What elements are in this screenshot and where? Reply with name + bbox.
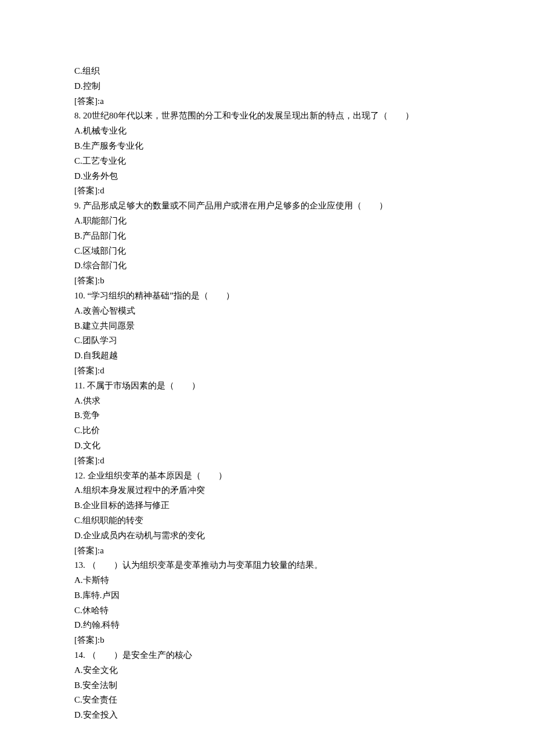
question-number: 14 xyxy=(74,650,83,660)
option-c: C.比价 xyxy=(74,423,534,438)
option-d: D.文化 xyxy=(74,438,534,453)
option-b: B.安全法制 xyxy=(74,678,534,693)
question-block-9: 9. 产品形成足够大的数量或不同产品用户或潜在用户足够多的企业应使用（ ） A.… xyxy=(74,199,534,289)
option-d: D.控制 xyxy=(74,79,534,94)
answer-line: [答案]:b xyxy=(74,273,534,289)
answer-label: [答案]: xyxy=(74,276,100,285)
option-d: D.自我超越 xyxy=(74,348,534,363)
question-text: 产品形成足够大的数量或不同产品用户或潜在用户足够多的企业应使用（ ） xyxy=(83,201,388,210)
option-c: C.休哈特 xyxy=(74,603,534,618)
option-c: C.组织职能的转变 xyxy=(74,513,534,528)
answer-value: a xyxy=(100,96,104,106)
question-stem: 11. 不属于市场因素的是（ ） xyxy=(74,379,534,394)
answer-line: [答案]:a xyxy=(74,94,534,109)
question-stem: 14. （ ）是安全生产的核心 xyxy=(74,648,534,663)
question-number: 12 xyxy=(74,471,83,480)
option-d: D.综合部门化 xyxy=(74,258,534,273)
answer-line: [答案]:d xyxy=(74,363,534,379)
option-b: B.产品部门化 xyxy=(74,229,534,244)
answer-line: [答案]:d xyxy=(74,183,534,199)
answer-label: [答案]: xyxy=(74,635,100,645)
option-c: C.安全责任 xyxy=(74,693,534,708)
question-text: 20世纪80年代以来，世界范围的分工和专业化的发展呈现出新的特点，出现了（ ） xyxy=(83,111,414,120)
option-a: A.供求 xyxy=(74,394,534,409)
question-block-12: 12. 企业组织变革的基本原因是（ ） A.组织本身发展过程中的矛盾冲突 B.企… xyxy=(74,469,534,559)
option-c: C.团队学习 xyxy=(74,333,534,348)
question-number: 8 xyxy=(74,111,79,120)
option-a: A.卡斯特 xyxy=(74,573,534,588)
option-a: A.组织本身发展过程中的矛盾冲突 xyxy=(74,483,534,498)
question-text: 企业组织变革的基本原因是（ ） xyxy=(88,471,227,480)
question-block-10: 10. “学习组织的精神基础”指的是（ ） A.改善心智模式 B.建立共同愿景 … xyxy=(74,289,534,379)
answer-label: [答案]: xyxy=(74,366,100,375)
option-c: C.区域部门化 xyxy=(74,244,534,259)
answer-label: [答案]: xyxy=(74,186,100,195)
option-d: D.安全投入 xyxy=(74,708,534,723)
question-stem: 10. “学习组织的精神基础”指的是（ ） xyxy=(74,289,534,304)
option-a: A.安全文化 xyxy=(74,663,534,678)
answer-value: d xyxy=(100,186,104,195)
question-block-13: 13. （ ）认为组织变革是变革推动力与变革阻力较量的结果。 A.卡斯特 B.库… xyxy=(74,558,534,648)
option-a: A.机械专业化 xyxy=(74,124,534,139)
question-number: 9 xyxy=(74,201,79,210)
option-b: B.竞争 xyxy=(74,408,534,423)
option-b: B.企业目标的选择与修正 xyxy=(74,498,534,513)
option-a: A.改善心智模式 xyxy=(74,304,534,319)
document-body: C.组织 D.控制 [答案]:a 8. 20世纪80年代以来，世界范围的分工和专… xyxy=(74,64,534,723)
answer-label: [答案]: xyxy=(74,546,100,555)
question-text: “学习组织的精神基础”指的是（ ） xyxy=(88,291,234,300)
option-a: A.职能部门化 xyxy=(74,214,534,229)
question-text: （ ）是安全生产的核心 xyxy=(88,650,192,660)
option-b: B.库特.卢因 xyxy=(74,588,534,603)
answer-value: b xyxy=(100,635,104,645)
option-b: B.建立共同愿景 xyxy=(74,319,534,334)
question-stem: 12. 企业组织变革的基本原因是（ ） xyxy=(74,469,534,484)
answer-line: [答案]:b xyxy=(74,633,534,648)
question-number: 11 xyxy=(74,381,82,390)
option-d: D.约翰.科特 xyxy=(74,618,534,633)
question-number: 13 xyxy=(74,560,83,570)
question-text: （ ）认为组织变革是变革推动力与变革阻力较量的结果。 xyxy=(88,560,323,570)
answer-value: a xyxy=(100,546,104,555)
answer-label: [答案]: xyxy=(74,96,100,106)
answer-line: [答案]:a xyxy=(74,543,534,559)
answer-value: d xyxy=(100,366,104,375)
option-c: C.组织 xyxy=(74,64,534,79)
answer-line: [答案]:d xyxy=(74,453,534,469)
question-block-11: 11. 不属于市场因素的是（ ） A.供求 B.竞争 C.比价 D.文化 [答案… xyxy=(74,379,534,469)
question-block-14: 14. （ ）是安全生产的核心 A.安全文化 B.安全法制 C.安全责任 D.安… xyxy=(74,648,534,723)
question-block-8: 8. 20世纪80年代以来，世界范围的分工和专业化的发展呈现出新的特点，出现了（… xyxy=(74,109,534,199)
question-stem: 9. 产品形成足够大的数量或不同产品用户或潜在用户足够多的企业应使用（ ） xyxy=(74,199,534,214)
question-stem: 8. 20世纪80年代以来，世界范围的分工和专业化的发展呈现出新的特点，出现了（… xyxy=(74,109,534,124)
answer-label: [答案]: xyxy=(74,456,100,465)
answer-value: b xyxy=(100,276,104,285)
option-d: D.业务外包 xyxy=(74,169,534,184)
option-c: C.工艺专业化 xyxy=(74,154,534,169)
question-stem: 13. （ ）认为组织变革是变革推动力与变革阻力较量的结果。 xyxy=(74,558,534,573)
question-number: 10 xyxy=(74,291,83,300)
question-text: 不属于市场因素的是（ ） xyxy=(87,381,200,390)
option-d: D.企业成员内在动机与需求的变化 xyxy=(74,528,534,543)
option-b: B.生产服务专业化 xyxy=(74,139,534,154)
answer-value: d xyxy=(100,456,104,465)
